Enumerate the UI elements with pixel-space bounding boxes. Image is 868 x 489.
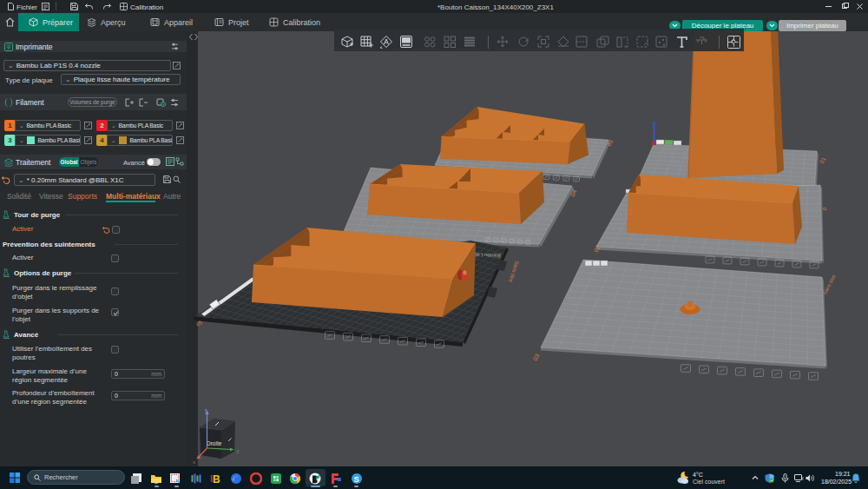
svg-text:Bambu Lab: Bambu Lab — [474, 252, 502, 258]
svg-text:y: y — [237, 448, 240, 453]
svg-text:z: z — [205, 407, 207, 413]
svg-text:x: x — [193, 459, 195, 465]
svg-text:B: B — [213, 473, 220, 485]
svg-text:Droite: Droite — [207, 440, 222, 446]
svg-text:S: S — [354, 475, 359, 484]
